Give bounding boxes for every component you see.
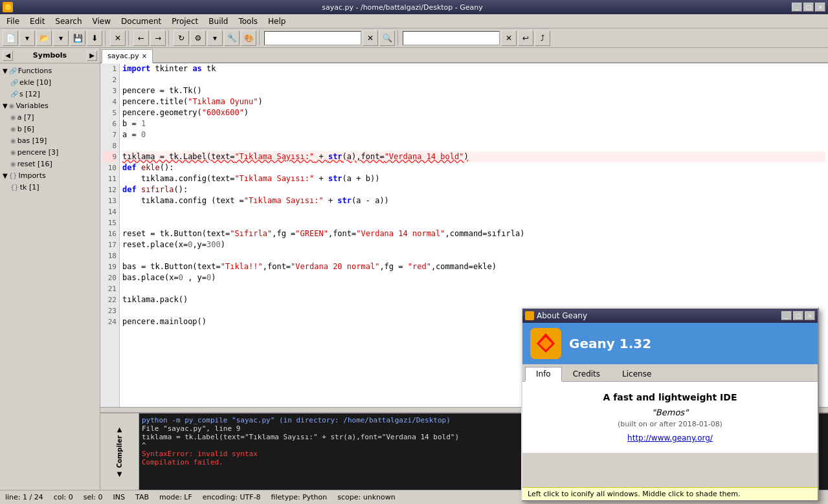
sidebar-item-functions[interactable]: ▼ 🔗 Functions [0,65,100,76]
open-button[interactable]: 📂 [36,30,52,46]
status-line: line: 1 / 24 [5,493,43,501]
imports-label: Imports [18,171,45,180]
tab-close-icon[interactable]: × [142,52,147,60]
about-close[interactable]: × [805,311,815,320]
menu-edit[interactable]: Edit [25,16,50,27]
search-input[interactable] [264,31,361,45]
tab-sayac[interactable]: sayac.py × [102,49,153,63]
tk-label: tk [1] [20,183,39,192]
about-tab-credits[interactable]: Credits [562,367,611,381]
toolbar-sep-5 [397,30,400,46]
menu-build[interactable]: Build [203,16,233,27]
status-mode: mode: LF [159,493,192,501]
toolbar-sep-4 [259,30,262,46]
status-scope: scope: unknown [337,493,395,501]
color-button[interactable]: 🎨 [241,30,256,46]
func-icon-ekle: 🔗 [10,79,18,86]
b-label: b [6] [17,125,34,133]
compiler-text: Compiler [116,435,123,468]
save-button[interactable]: 💾 [70,30,85,46]
code-line-14 [122,206,825,217]
code-line-2 [122,74,825,85]
func-icon-s: 🔗 [10,91,18,98]
close-button[interactable]: ✕ [110,30,126,46]
save-all-button[interactable]: ⬇ [87,30,102,46]
sidebar-item-b[interactable]: ◉ b [6] [0,123,100,135]
menu-document[interactable]: Document [116,16,166,27]
code-line-6: b = 1 [122,118,825,129]
code-line-16: reset = tk.Button(text="Sıfırla",fg ="GR… [122,228,825,239]
back-button[interactable]: ← [133,30,149,46]
about-app-name: Geany 1.32 [569,336,651,351]
sidebar-next[interactable]: ▶ [87,50,97,61]
sidebar-item-a[interactable]: ◉ a [7] [0,111,100,123]
code-line-10: def ekle(): [122,162,825,173]
sidebar-item-reset[interactable]: ◉ reset [16] [0,158,100,170]
minimize-button[interactable]: _ [792,3,802,12]
about-header: Geany 1.32 [522,323,818,364]
compiler-up-arrow[interactable]: ▲ [117,426,122,433]
new-button[interactable]: 📄 [3,30,18,46]
about-url[interactable]: http://www.geany.org/ [533,433,807,443]
about-tabs: Info Credits License [522,364,818,382]
find-button[interactable]: 🔍 [379,30,395,46]
window-controls: _ □ × [792,3,825,12]
about-built: (built on or after 2018-01-08) [533,420,807,428]
replace-clear[interactable]: ✕ [501,30,517,46]
build-button[interactable]: 🔧 [224,30,240,46]
title-bar: 🟡 sayac.py - /home/battalgazi/Desktop - … [0,0,828,14]
forward-button[interactable]: → [150,30,166,46]
code-line-13: tıklama.config (text ="Tıklama Sayısı:" … [122,195,825,206]
sidebar-title: Symbols [13,51,87,60]
about-headline: A fast and lightweight IDE [533,392,807,402]
menu-help[interactable]: Help [263,16,291,27]
about-content: A fast and lightweight IDE "Bemos" (buil… [522,382,818,453]
menu-view[interactable]: View [87,16,116,27]
code-line-21 [122,283,825,294]
code-line-1: import tkinter as tk [122,63,825,74]
about-tooltip: Left click to iconify all windows. Middl… [522,487,818,500]
jump-button[interactable]: ⤴ [535,30,550,46]
settings-dropdown[interactable]: ▾ [207,30,223,46]
about-maximize[interactable]: □ [793,311,803,320]
open-dropdown[interactable]: ▾ [53,30,69,46]
replace-input[interactable] [403,31,500,45]
toolbar-sep-1 [105,30,107,46]
settings-button[interactable]: ⚙ [190,30,206,46]
status-tab: TAB [135,493,149,501]
bas-label: bas [19] [17,137,47,145]
s-label: s [12] [19,90,40,98]
compiler-down-arrow[interactable]: ▼ [117,470,122,477]
sidebar-prev[interactable]: ◀ [3,50,13,61]
code-line-11: tıklama.config(text="Tıklama Sayısı:" + … [122,173,825,184]
menu-tools[interactable]: Tools [233,16,263,27]
about-tab-info[interactable]: Info [525,367,562,382]
code-line-15 [122,217,825,228]
code-line-18 [122,250,825,261]
close-button[interactable]: × [815,3,825,12]
about-tab-license[interactable]: License [611,367,662,381]
code-line-12: def sıfırla(): [122,184,825,195]
menu-bar: File Edit Search View Document Project B… [0,14,828,28]
menu-project[interactable]: Project [166,16,203,27]
sidebar-item-variables[interactable]: ▼ ◉ Variables [0,100,100,111]
sidebar-item-tk[interactable]: {} tk [1] [0,181,100,193]
code-line-4: pencere.title("Tıklama Oyunu") [122,96,825,107]
new-dropdown[interactable]: ▾ [19,30,35,46]
about-dialog-title: About Geany [537,311,587,320]
about-minimize[interactable]: _ [781,311,792,320]
sidebar-item-pencere[interactable]: ◉ pencere [3] [0,146,100,158]
replace-button[interactable]: ↩ [518,30,533,46]
sidebar-item-s[interactable]: 🔗 s [12] [0,88,100,100]
refresh-button[interactable]: ↻ [173,30,189,46]
sidebar-item-ekle[interactable]: 🔗 ekle [10] [0,76,100,88]
sidebar-item-imports[interactable]: ▼ {} Imports [0,170,100,181]
maximize-button[interactable]: □ [803,3,814,12]
search-clear[interactable]: ✕ [363,30,378,46]
about-app-icon [525,311,534,320]
expand-icon-imports: ▼ [3,172,8,179]
menu-file[interactable]: File [1,16,25,27]
toolbar-sep-2 [128,30,131,46]
menu-search[interactable]: Search [50,16,87,27]
sidebar-item-bas[interactable]: ◉ bas [19] [0,135,100,146]
